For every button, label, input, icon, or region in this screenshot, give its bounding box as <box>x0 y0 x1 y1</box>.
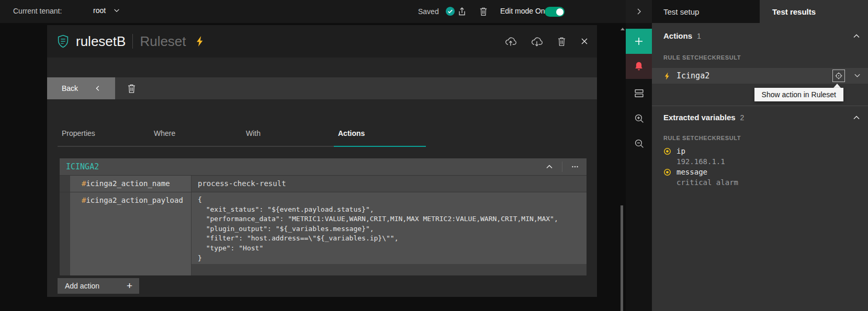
tab-actions[interactable]: Actions <box>334 120 426 147</box>
variable-item: ip 192.168.1.1 <box>663 146 861 167</box>
code-line: "filter": "host.address==\"${_variables.… <box>198 234 580 244</box>
code-line: { <box>198 195 580 205</box>
plus-icon: + <box>127 280 132 292</box>
action-name-value[interactable]: process-check-result <box>191 176 587 192</box>
card-controls <box>545 162 579 172</box>
tab-with[interactable]: With <box>242 120 334 147</box>
ruleset-type-label: Ruleset <box>140 33 186 50</box>
editor-tabs: Properties Where With Actions <box>58 120 426 147</box>
overflow-menu-button[interactable] <box>571 163 579 170</box>
action-toolbar: Back <box>47 77 597 99</box>
action-card-title: ICINGA2 <box>66 162 99 171</box>
scrollbar-thumb[interactable] <box>621 205 623 311</box>
delete-action-button[interactable] <box>120 77 142 99</box>
back-label: Back <box>62 84 78 93</box>
collapse-card-button[interactable] <box>545 163 554 171</box>
delete-ruleset-button[interactable] <box>478 6 489 17</box>
action-payload-key: #icinga2_action_payload <box>70 192 191 275</box>
show-action-in-ruleset-button[interactable] <box>832 70 845 82</box>
edit-mode-label: Edit mode On <box>500 7 545 15</box>
variable-name: ip <box>677 147 685 155</box>
save-status: Saved <box>418 6 455 16</box>
collapse-variables-chevron[interactable] <box>852 113 861 122</box>
action-name-value-text: process-check-result <box>198 179 286 188</box>
code-line: "performance_data": "METRIC1:VALUE,WARN,… <box>198 214 580 224</box>
saved-label: Saved <box>418 7 439 16</box>
variable-value: 192.168.1.1 <box>677 156 861 167</box>
controls-divider <box>562 162 562 172</box>
tooltip: Show action in Ruleset <box>754 88 843 101</box>
rows-layout-button[interactable] <box>626 80 652 106</box>
row-accent <box>60 176 70 192</box>
payload-code-editor[interactable]: { "exit_status": "${event.payload.status… <box>191 192 587 264</box>
icinga2-action-card: ICINGA2 #icinga2_action_name process-che… <box>60 158 587 275</box>
extracted-variables-list: ip 192.168.1.1 message critical alarm <box>663 146 861 188</box>
edit-mode-toggle[interactable] <box>545 7 565 17</box>
close-button[interactable] <box>580 37 589 45</box>
scrollbar-up-arrow[interactable] <box>621 28 625 30</box>
tenant-label: Current tenant: <box>13 7 62 15</box>
title-separator <box>132 34 133 49</box>
tab-test-setup[interactable]: Test setup <box>652 0 760 23</box>
tooltip-caret <box>833 84 841 88</box>
rule-group-label: RULE SETCHECKRESULT <box>663 54 741 61</box>
tab-properties[interactable]: Properties <box>58 120 150 147</box>
ruleset-shield-icon <box>57 34 70 49</box>
variable-radio-icon[interactable] <box>663 147 671 155</box>
cloud-upload-button[interactable] <box>504 36 517 47</box>
collapse-panel-button[interactable] <box>626 0 652 23</box>
tenant-value: root <box>93 6 106 15</box>
delete-button[interactable] <box>557 37 567 47</box>
add-action-button[interactable]: Add action + <box>58 278 139 294</box>
key-text: icinga2_action_name <box>86 179 170 188</box>
lightning-bolt-icon <box>195 35 205 48</box>
ruleset-editor-modal: rulesetB Ruleset <box>47 25 597 297</box>
variable-radio-icon[interactable] <box>663 168 671 176</box>
export-icon <box>457 6 467 17</box>
zoom-out-button[interactable] <box>626 131 652 156</box>
variables-section-header: Extracted variables 2 <box>663 113 861 122</box>
action-result-row[interactable]: Icinga2 <box>652 68 868 84</box>
code-line: "type": "Host" <box>198 244 580 254</box>
test-panel: Test setup Test results Actions 1 RULE S… <box>652 0 868 311</box>
actions-title: Actions <box>663 31 692 40</box>
saved-check-icon <box>445 6 455 16</box>
actions-count: 1 <box>697 32 701 40</box>
tab-where[interactable]: Where <box>150 120 242 147</box>
toggle-knob <box>556 8 563 16</box>
lightning-bolt-icon <box>663 72 671 80</box>
code-line: "exit_status": "${event.payload.status}"… <box>198 205 580 215</box>
chevron-down-icon <box>113 7 120 14</box>
code-line: "plugin_output": "${_variables.message}"… <box>198 224 580 234</box>
modal-header-actions <box>504 25 589 57</box>
notifications-button[interactable] <box>626 54 652 79</box>
add-button[interactable] <box>626 29 652 54</box>
add-action-label: Add action <box>65 282 99 290</box>
modal-header: rulesetB Ruleset <box>47 25 597 57</box>
zoom-in-button[interactable] <box>626 106 652 131</box>
action-result-name: Icinga2 <box>677 71 709 80</box>
export-button[interactable] <box>456 6 468 17</box>
action-payload-value: { "exit_status": "${event.payload.status… <box>191 192 587 275</box>
action-name-key: #icinga2_action_name <box>70 176 191 192</box>
tab-test-results[interactable]: Test results <box>760 0 868 23</box>
variable-name: message <box>677 168 707 176</box>
row-accent <box>60 192 70 275</box>
top-bar: Current tenant: root Saved Edit mode On <box>0 0 626 23</box>
tool-sidebar <box>626 0 652 311</box>
collapse-actions-chevron[interactable] <box>852 32 861 40</box>
action-name-row: #icinga2_action_name process-check-resul… <box>60 175 587 192</box>
cloud-download-button[interactable] <box>531 36 543 47</box>
code-line: } <box>198 254 580 263</box>
rule-group-label: RULE SETCHECKRESULT <box>663 135 741 141</box>
expand-action-chevron[interactable] <box>853 72 861 79</box>
variables-title: Extracted variables <box>663 113 736 122</box>
action-payload-row: #icinga2_action_payload { "exit_status":… <box>60 192 587 275</box>
tenant-dropdown[interactable]: root <box>93 6 120 15</box>
trash-icon <box>479 7 488 16</box>
section-divider <box>652 106 868 106</box>
variable-value: critical alarm <box>677 177 861 188</box>
chevron-left-icon <box>94 85 102 92</box>
action-card-header: ICINGA2 <box>60 158 587 175</box>
back-button[interactable]: Back <box>47 77 115 99</box>
